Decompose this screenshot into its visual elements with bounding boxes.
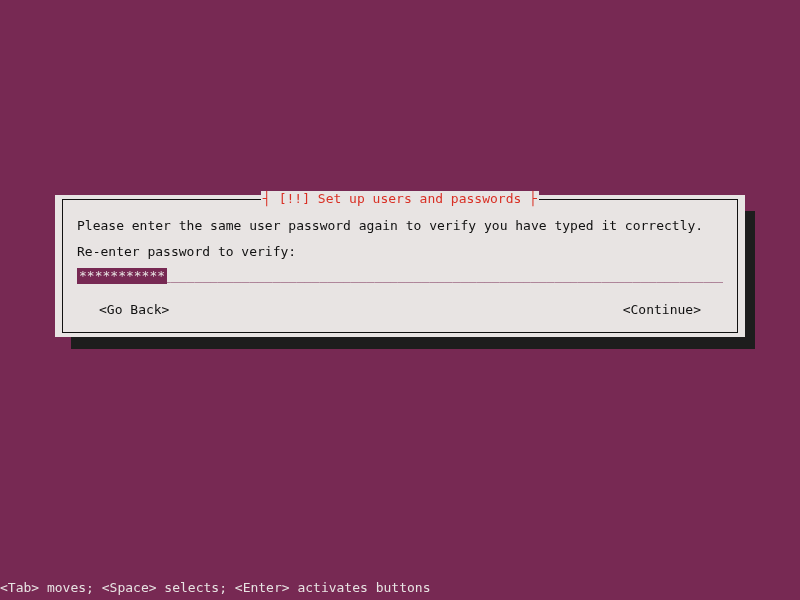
field-label: Re-enter password to verify: — [77, 244, 723, 260]
dialog-title: ┤ [!!] Set up users and passwords ├ — [261, 191, 539, 207]
instruction-text: Please enter the same user password agai… — [77, 218, 723, 234]
go-back-button[interactable]: <Go Back> — [99, 302, 169, 318]
dialog-frame: ┤ [!!] Set up users and passwords ├ Plea… — [62, 199, 738, 333]
password-input-value: *********** — [77, 268, 167, 284]
dialog-window: ┤ [!!] Set up users and passwords ├ Plea… — [55, 195, 745, 337]
button-row: <Go Back> <Continue> — [77, 302, 723, 318]
password-input[interactable]: ________________________________________… — [77, 268, 723, 284]
password-input-empty: ________________________________________… — [77, 268, 723, 284]
dialog: ┤ [!!] Set up users and passwords ├ Plea… — [55, 195, 745, 337]
dialog-title-wrap: ┤ [!!] Set up users and passwords ├ — [63, 191, 737, 207]
continue-button[interactable]: <Continue> — [623, 302, 701, 318]
help-bar: <Tab> moves; <Space> selects; <Enter> ac… — [0, 580, 430, 596]
